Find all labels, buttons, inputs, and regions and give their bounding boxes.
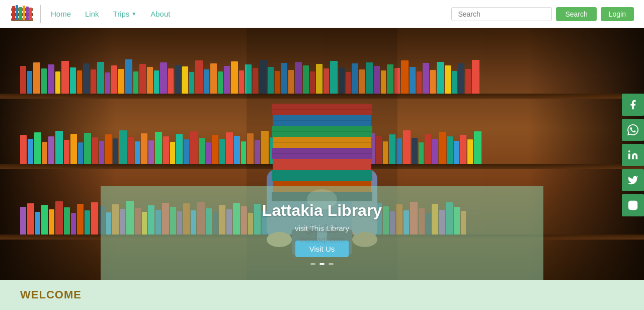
login-button[interactable]: Login [601, 7, 634, 21]
nav-link[interactable]: Link [85, 10, 99, 18]
svg-rect-3 [12, 6, 15, 20]
nav-divider [40, 5, 41, 23]
svg-rect-7 [26, 7, 29, 20]
nav-home[interactable]: Home [51, 10, 71, 18]
dot-3[interactable] [329, 263, 334, 265]
trips-caret: ▼ [131, 11, 136, 17]
logo[interactable] [10, 3, 34, 25]
whatsapp-icon[interactable] [622, 119, 644, 141]
welcome-bar: WELCOME [0, 280, 644, 310]
instagram-icon[interactable] [622, 194, 644, 216]
hero-section: Lattakia Library visit This Library Visi… [0, 28, 644, 280]
twitter-icon[interactable] [622, 169, 644, 191]
svg-rect-6 [23, 6, 25, 20]
hero-content: Lattakia Library visit This Library Visi… [101, 186, 543, 280]
hero-title: Lattakia Library [111, 201, 533, 220]
facebook-icon[interactable] [622, 94, 644, 116]
social-bar [622, 94, 644, 216]
svg-rect-32 [628, 201, 637, 210]
svg-rect-8 [29, 8, 32, 20]
svg-point-31 [628, 150, 630, 152]
nav-trips[interactable]: Trips ▼ [113, 10, 137, 18]
nav-about[interactable]: About [150, 10, 170, 18]
hero-dots [111, 263, 533, 265]
svg-rect-5 [19, 7, 22, 20]
welcome-title: WELCOME [20, 288, 82, 301]
svg-rect-4 [16, 5, 18, 20]
search-input[interactable] [451, 7, 552, 21]
search-button[interactable]: Search [556, 7, 596, 21]
hero-subtitle: visit This Library [111, 224, 533, 232]
nav-links: Home Link Trips ▼ About [51, 10, 451, 18]
linkedin-icon[interactable] [622, 144, 644, 166]
search-area: Search Login [451, 7, 634, 21]
visit-us-button[interactable]: Visit Us [295, 241, 349, 257]
dot-2[interactable] [319, 263, 325, 265]
logo-icon [10, 3, 34, 23]
navbar: Home Link Trips ▼ About Search Login [0, 0, 644, 28]
dot-1[interactable] [310, 263, 315, 265]
